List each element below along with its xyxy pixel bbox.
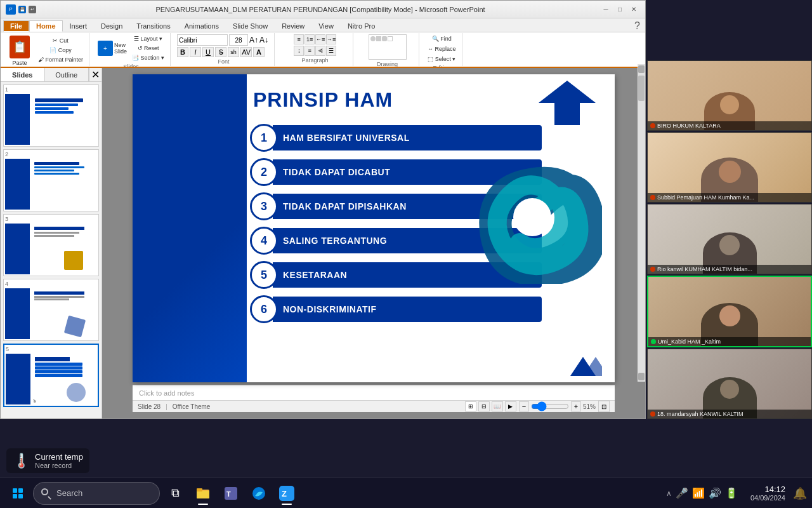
zoom-icon: Z: [279, 486, 294, 501]
undo-icon[interactable]: ↩: [29, 6, 36, 13]
reset-button[interactable]: ↺ Reset: [130, 44, 166, 53]
close-panel-button[interactable]: ✕: [89, 68, 102, 81]
increase-indent-button[interactable]: →≡: [326, 34, 336, 44]
slide-thumb-3[interactable]: 3: [3, 214, 99, 276]
new-slide-button[interactable]: + NewSlide: [96, 39, 129, 57]
save-icon[interactable]: 💾: [18, 6, 26, 13]
find-button[interactable]: 🔍 Find: [426, 34, 458, 43]
slide-thumb-5[interactable]: 5 🖱: [3, 344, 99, 407]
zoom-slider[interactable]: [531, 401, 569, 411]
window-controls: ─ □ ✕: [599, 4, 640, 15]
tab-design[interactable]: Design: [94, 20, 129, 32]
clock[interactable]: 14:12 04/09/2024: [745, 485, 790, 502]
underline-button[interactable]: U: [202, 47, 214, 57]
tab-home[interactable]: Home: [29, 20, 63, 32]
show-hidden-icons-button[interactable]: ∧: [666, 489, 672, 498]
minimize-button[interactable]: ─: [599, 4, 612, 15]
start-button[interactable]: [5, 481, 30, 506]
video-icon-3: [650, 267, 655, 272]
bullets-button[interactable]: ≡: [294, 34, 304, 44]
copy-button[interactable]: 📄 Copy: [36, 46, 85, 55]
notification-button[interactable]: 🔔: [793, 486, 807, 500]
slide-thumb-4[interactable]: 4: [3, 279, 99, 341]
zoom-button[interactable]: Z: [274, 481, 299, 506]
ham-num-6: 6: [250, 295, 278, 323]
edge-icon: [251, 486, 266, 501]
edge-button[interactable]: [246, 481, 272, 506]
align-center-button[interactable]: ≡: [304, 46, 315, 56]
zoom-in-button[interactable]: +: [571, 401, 581, 411]
font-size-input[interactable]: [229, 34, 248, 46]
font-increase-button[interactable]: A↑: [249, 36, 258, 44]
vertical-scrollbar[interactable]: [638, 68, 645, 382]
slide-container[interactable]: PRINSIP HAM 1 HAM BERSIFAT UNIVERSAL: [133, 74, 615, 382]
normal-view-button[interactable]: ⊞: [465, 401, 476, 411]
teams-button[interactable]: T: [218, 481, 244, 506]
section-button[interactable]: 📑 Section ▾: [130, 53, 166, 62]
drawing-group: Drawing: [356, 33, 419, 66]
decrease-indent-button[interactable]: ←≡: [315, 34, 325, 44]
tab-slideshow[interactable]: Slide Show: [226, 20, 275, 32]
format-painter-button[interactable]: 🖌 Format Painter: [36, 55, 85, 64]
video-panel-2[interactable]: Subbid Pemajuan HAM Kumham Ka...: [647, 132, 812, 203]
zoom-level: 51%: [583, 403, 596, 410]
layout-button[interactable]: ☰ Layout ▾: [130, 34, 166, 43]
clock-date: 04/09/2024: [750, 494, 785, 502]
font-decrease-button[interactable]: A↓: [259, 36, 268, 44]
video-panel-5[interactable]: 18. mandarsyah KANWIL KALTIM: [647, 349, 812, 419]
slides-tab[interactable]: Slides: [1, 68, 45, 81]
tab-insert[interactable]: Insert: [63, 20, 95, 32]
tab-review[interactable]: Review: [275, 20, 311, 32]
slide-sorter-button[interactable]: ⊟: [478, 401, 490, 411]
task-view-button[interactable]: ⧉: [162, 481, 188, 506]
video-panel-3[interactable]: Rio kanwil KUMHAM KALTIM bidan...: [647, 204, 812, 274]
tab-file[interactable]: File: [3, 20, 29, 32]
ham-text-6: NON-DISKRIMINATIF: [283, 304, 376, 314]
zoom-controls: − + 51%: [519, 401, 596, 411]
svg-marker-0: [539, 81, 596, 125]
slide-thumb-2[interactable]: 2: [3, 149, 99, 211]
outline-tab[interactable]: Outline: [45, 68, 89, 81]
font-family-input[interactable]: [177, 34, 228, 46]
strikethrough-button[interactable]: S̶: [215, 47, 226, 57]
notes-bar[interactable]: Click to add notes: [133, 385, 615, 400]
file-explorer-button[interactable]: [190, 481, 216, 506]
align-left-button[interactable]: ⫶: [294, 46, 304, 56]
shadow-button[interactable]: sh: [228, 47, 239, 57]
slideshow-view-button[interactable]: ▶: [505, 401, 516, 411]
align-right-button[interactable]: ⫷: [315, 46, 325, 56]
select-button[interactable]: ⬚ Select ▾: [426, 55, 458, 64]
theme-status: Office Theme: [173, 403, 211, 410]
weather-info: Current temp Near record: [35, 452, 83, 469]
help-button[interactable]: ?: [634, 20, 640, 32]
close-button[interactable]: ✕: [627, 4, 640, 15]
font-color-button[interactable]: A: [253, 47, 265, 57]
taskbar-search[interactable]: Search: [33, 482, 160, 505]
status-bar-right: ⊞ ⊟ 📖 ▶ − + 51% ⊡: [465, 401, 610, 412]
fit-window-button[interactable]: ⊡: [598, 401, 610, 412]
slide-title-container: PRINSIP HAM: [253, 88, 532, 112]
reading-view-button[interactable]: 📖: [492, 401, 503, 411]
video-panel-1[interactable]: BIRO HUKUM KALTARA: [647, 60, 812, 131]
tab-animations[interactable]: Animations: [178, 20, 226, 32]
video-panel-4[interactable]: Umi_Kabid HAM _Kaltim: [647, 276, 812, 347]
tab-nitro[interactable]: Nitro Pro: [341, 20, 382, 32]
cut-button[interactable]: ✂ Cut: [36, 36, 85, 45]
person-5: [648, 349, 811, 418]
weather-icon: 🌡️: [13, 453, 30, 469]
numbering-button[interactable]: 1≡: [304, 34, 315, 44]
replace-button[interactable]: ↔ Replace: [426, 44, 458, 53]
italic-button[interactable]: I: [190, 47, 201, 57]
tab-transitions[interactable]: Transitions: [129, 20, 177, 32]
char-spacing-button[interactable]: AV: [240, 47, 252, 57]
slide-thumb-1[interactable]: 1: [3, 84, 99, 147]
tab-view[interactable]: View: [311, 20, 341, 32]
search-icon: [41, 488, 51, 498]
slide-edit-area[interactable]: PRINSIP HAM 1 HAM BERSIFAT UNIVERSAL: [102, 68, 645, 418]
bold-button[interactable]: B: [177, 47, 188, 57]
zoom-out-button[interactable]: −: [519, 401, 529, 411]
paste-button[interactable]: 📋: [7, 34, 32, 60]
title-bar-icons: P 💾 ↩: [6, 4, 36, 15]
justify-button[interactable]: ☰: [326, 46, 336, 56]
maximize-button[interactable]: □: [613, 4, 626, 15]
